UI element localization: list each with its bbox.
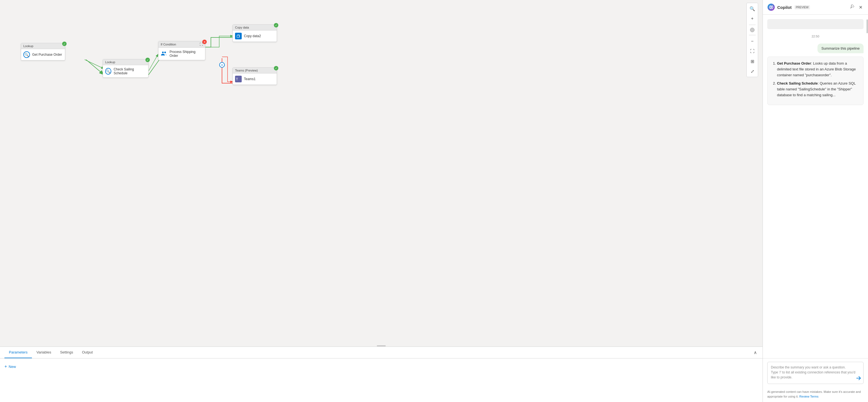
x-badge: ✕: [202, 40, 207, 44]
node-label-get-purchase-order: Get Purchase Order: [32, 53, 62, 57]
svg-point-7: [162, 52, 164, 53]
bottom-content: + New: [0, 359, 763, 402]
canvas-toolbar: 🔍 + − ⛶ ⊞ ⤢: [746, 3, 758, 77]
main-area: Lookup 🔍 Get Purchase Order ✓ Lookup 🔍 C…: [0, 0, 763, 402]
node-label-copy: Copy data2: [244, 34, 261, 38]
pin-copilot-btn[interactable]: [849, 3, 856, 11]
node-header-lookup2: Lookup: [103, 59, 148, 65]
copilot-header: Copilot PREVIEW ✕: [763, 0, 868, 15]
copy-icon: [235, 33, 242, 39]
item1-name: Get Purchase Order: [777, 61, 811, 65]
check-badge-2: ✓: [146, 58, 150, 62]
node-get-purchase-order[interactable]: Lookup 🔍 Get Purchase Order ✓: [21, 43, 65, 61]
node-header-teams: Teams (Preview): [233, 68, 277, 73]
auto-layout-btn[interactable]: ⊞: [748, 57, 757, 66]
zoom-in-btn[interactable]: +: [748, 14, 757, 23]
message-timestamp: 22:50: [767, 35, 864, 38]
copilot-logo: [767, 3, 775, 11]
previous-input: [767, 19, 864, 29]
check-badge-1: ✓: [62, 42, 67, 46]
copilot-input-area: Describe the summary you want or ask a q…: [763, 358, 868, 387]
copilot-title: Copilot: [777, 5, 792, 10]
canvas-container: Lookup 🔍 Get Purchase Order ✓ Lookup 🔍 C…: [0, 0, 763, 346]
node-teams[interactable]: Teams (Preview) T Teams1 ✓: [232, 67, 277, 85]
item2-name: Check Sailing Schedule: [777, 81, 818, 86]
node-label-process-shipping: Process Shipping Order: [169, 50, 203, 58]
node-body-teams: T Teams1: [233, 73, 277, 85]
fullscreen-btn[interactable]: ⤢: [748, 67, 757, 76]
preview-badge: PREVIEW: [795, 5, 810, 9]
node-check-sailing-schedule[interactable]: Lookup 🔍 Check Sailing Schedule ✓: [103, 59, 149, 78]
node-body-get-purchase-order: 🔍 Get Purchase Order: [21, 49, 65, 60]
copilot-footer: AI-generated content can have mistakes. …: [763, 387, 868, 402]
plus-icon: +: [4, 364, 7, 369]
zoom-out-btn[interactable]: −: [748, 37, 757, 46]
teams-icon: T: [235, 76, 242, 82]
copilot-panel: Copilot PREVIEW ✕ 22:50 Summarize this p…: [763, 0, 868, 402]
resize-handle[interactable]: [376, 345, 387, 346]
new-label: New: [9, 365, 16, 369]
connections-svg: [0, 0, 763, 346]
svg-line-1: [149, 58, 160, 75]
copilot-scrollbar[interactable]: [866, 14, 868, 358]
toolbar-divider-2: [749, 35, 755, 35]
collapse-panel-btn[interactable]: ∧: [752, 349, 758, 356]
send-message-btn[interactable]: [856, 376, 861, 382]
tab-list: Parameters Variables Settings Output: [4, 347, 97, 358]
if-condition-header: If Condition ⛶: [158, 41, 205, 48]
ai-response-item-2: Check Sailing Schedule: Queries an Azure…: [777, 81, 859, 98]
lookup-icon-1: 🔍: [23, 51, 30, 58]
node-if-condition[interactable]: If Condition ⛶ Process Shipping Order ✕: [158, 41, 205, 60]
tab-output[interactable]: Output: [78, 347, 97, 358]
tab-variables[interactable]: Variables: [32, 347, 56, 358]
user-message: Summarize this pipeline: [817, 43, 864, 53]
close-copilot-btn[interactable]: ✕: [858, 3, 864, 11]
svg-text:T: T: [236, 77, 238, 81]
tab-settings[interactable]: Settings: [56, 347, 78, 358]
check-badge-3: ✓: [274, 23, 278, 28]
search-canvas-btn[interactable]: 🔍: [748, 4, 757, 13]
svg-point-8: [164, 52, 166, 53]
node-label-check-sailing: Check Sailing Schedule: [114, 67, 146, 75]
svg-line-0: [86, 60, 104, 75]
ai-response-list: Get Purchase Order: Looks up data from a…: [772, 61, 859, 98]
copilot-input-box[interactable]: Describe the summary you want or ask a q…: [767, 362, 864, 384]
node-body-copy: Copy data2: [233, 31, 277, 42]
lookup-icon-2: 🔍: [105, 68, 111, 75]
copilot-placeholder: Describe the summary you want or ask a q…: [771, 365, 860, 380]
bottom-tabs: Parameters Variables Settings Output ∧: [0, 347, 763, 359]
node-header-copy: Copy data: [233, 25, 277, 31]
add-activity-btn[interactable]: +: [219, 62, 225, 68]
new-parameter-btn[interactable]: + New: [4, 363, 16, 370]
node-label-teams: Teams1: [244, 77, 255, 81]
node-copy-data[interactable]: Copy data Copy data2 ✓: [232, 24, 277, 42]
ai-response: Get Purchase Order: Looks up data from a…: [767, 57, 864, 105]
node-header-lookup1: Lookup: [21, 43, 65, 49]
bottom-panel: Parameters Variables Settings Output ∧ +…: [0, 346, 763, 402]
fit-view-btn[interactable]: ⛶: [748, 47, 757, 56]
zoom-thumb[interactable]: [750, 28, 754, 32]
scrollbar-thumb[interactable]: [867, 20, 868, 33]
copilot-header-actions: ✕: [849, 3, 864, 11]
check-badge-4: ✓: [274, 66, 278, 70]
ai-response-item-1: Get Purchase Order: Looks up data from a…: [777, 61, 859, 78]
svg-rect-9: [237, 35, 239, 38]
copilot-messages: 22:50 Summarize this pipeline Get Purcha…: [763, 15, 868, 358]
tab-parameters[interactable]: Parameters: [4, 347, 32, 358]
if-condition-icon: [161, 51, 167, 57]
review-terms-link[interactable]: Review Terms: [800, 395, 818, 398]
node-body-check-sailing: 🔍 Check Sailing Schedule: [103, 65, 148, 77]
if-condition-body: Process Shipping Order: [158, 48, 205, 60]
toolbar-divider-1: [749, 25, 755, 25]
